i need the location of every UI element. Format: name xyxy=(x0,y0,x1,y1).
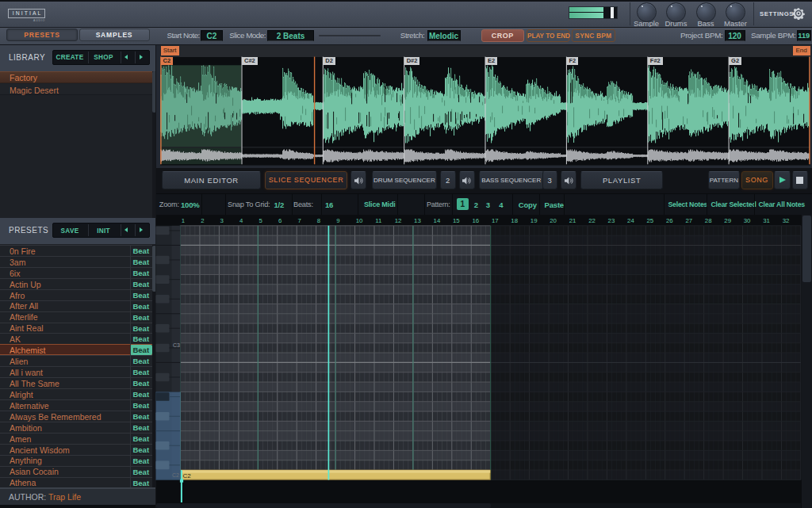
svg-text:C3: C3 xyxy=(173,342,180,348)
svg-text:20: 20 xyxy=(550,217,557,224)
svg-text:1: 1 xyxy=(182,217,185,224)
svg-text:7: 7 xyxy=(297,217,301,224)
svg-text:25: 25 xyxy=(647,217,654,224)
svg-text:22: 22 xyxy=(588,217,596,224)
svg-text:10: 10 xyxy=(356,217,363,224)
svg-text:32: 32 xyxy=(783,217,790,224)
svg-text:3: 3 xyxy=(220,217,224,224)
svg-text:6: 6 xyxy=(278,217,282,224)
svg-text:30: 30 xyxy=(744,217,751,224)
svg-text:18: 18 xyxy=(511,217,518,224)
svg-text:2: 2 xyxy=(201,217,204,224)
svg-text:16: 16 xyxy=(472,217,479,224)
svg-text:15: 15 xyxy=(453,217,460,224)
svg-text:28: 28 xyxy=(705,217,712,224)
svg-text:4: 4 xyxy=(239,217,243,224)
svg-text:23: 23 xyxy=(608,217,615,224)
svg-text:31: 31 xyxy=(763,217,770,224)
svg-text:8: 8 xyxy=(317,217,320,224)
svg-text:12: 12 xyxy=(395,217,402,224)
svg-text:24: 24 xyxy=(627,217,634,224)
svg-text:9: 9 xyxy=(336,217,339,224)
svg-text:C2: C2 xyxy=(172,472,179,478)
svg-text:11: 11 xyxy=(375,217,381,224)
svg-text:14: 14 xyxy=(434,217,441,224)
svg-text:19: 19 xyxy=(530,217,538,224)
svg-text:5: 5 xyxy=(259,217,263,224)
svg-text:13: 13 xyxy=(414,217,421,224)
svg-text:27: 27 xyxy=(685,217,692,224)
svg-text:21: 21 xyxy=(569,217,576,224)
svg-text:29: 29 xyxy=(724,217,731,224)
svg-text:17: 17 xyxy=(492,217,499,224)
svg-text:C2: C2 xyxy=(183,472,192,479)
svg-text:26: 26 xyxy=(666,217,673,224)
